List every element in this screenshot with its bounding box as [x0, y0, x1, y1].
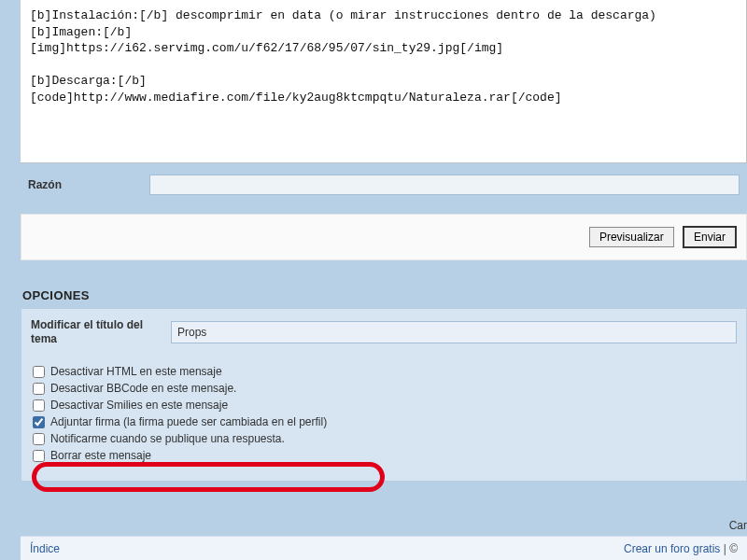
message-textarea[interactable]: [b]Instalación:[/b] descomprimir en data…	[21, 0, 747, 163]
check-delete-box[interactable]	[33, 450, 45, 462]
check-bbcode-box[interactable]	[33, 383, 45, 395]
modify-title-label: Modificar el título del tema	[31, 318, 171, 346]
check-signature[interactable]: Adjuntar firma (la firma puede ser cambi…	[33, 413, 737, 430]
footer-sep: | ©	[720, 542, 738, 555]
check-delete-label: Borrar este mensaje	[50, 449, 151, 462]
check-notify[interactable]: Notificarme cuando se publique una respu…	[33, 430, 737, 447]
preview-button[interactable]: Previsualizar	[589, 227, 674, 247]
footer-index-link[interactable]: Índice	[30, 542, 60, 555]
modify-title-input[interactable]	[171, 321, 737, 343]
options-checklist: Desactivar HTML en este mensaje Desactiv…	[33, 363, 737, 464]
options-section: OPCIONES Modificar el título del tema De…	[21, 288, 747, 482]
reason-input[interactable]	[149, 175, 740, 195]
check-html[interactable]: Desactivar HTML en este mensaje	[33, 363, 737, 380]
check-delete[interactable]: Borrar este mensaje	[33, 447, 737, 464]
check-smilies-label: Desactivar Smilies en este mensaje	[50, 399, 228, 412]
options-heading: OPCIONES	[21, 288, 747, 302]
check-smilies-box[interactable]	[33, 399, 45, 412]
check-notify-box[interactable]	[33, 433, 45, 445]
check-html-box[interactable]	[33, 366, 45, 378]
submit-bar: Previsualizar Enviar	[21, 214, 747, 260]
check-smilies[interactable]: Desactivar Smilies en este mensaje	[33, 397, 737, 413]
check-notify-label: Notificarme cuando se publique una respu…	[50, 432, 285, 445]
modify-title-row: Modificar el título del tema	[31, 318, 737, 346]
reason-row: Razón	[21, 163, 747, 208]
reason-label: Razón	[28, 178, 149, 191]
check-bbcode[interactable]: Desactivar BBCode en este mensaje.	[33, 380, 737, 397]
check-signature-box[interactable]	[33, 416, 45, 428]
footer-right: Crear un foro gratis | ©	[624, 542, 738, 555]
cut-text-right: Car	[729, 519, 747, 532]
options-box: Modificar el título del tema Desactivar …	[21, 308, 747, 482]
check-html-label: Desactivar HTML en este mensaje	[50, 365, 222, 378]
footer-create-forum-link[interactable]: Crear un foro gratis	[624, 542, 720, 555]
check-bbcode-label: Desactivar BBCode en este mensaje.	[50, 382, 236, 395]
submit-button[interactable]: Enviar	[683, 226, 737, 248]
check-signature-label: Adjuntar firma (la firma puede ser cambi…	[50, 415, 327, 428]
footer-bar: Índice Crear un foro gratis | ©	[21, 536, 747, 560]
